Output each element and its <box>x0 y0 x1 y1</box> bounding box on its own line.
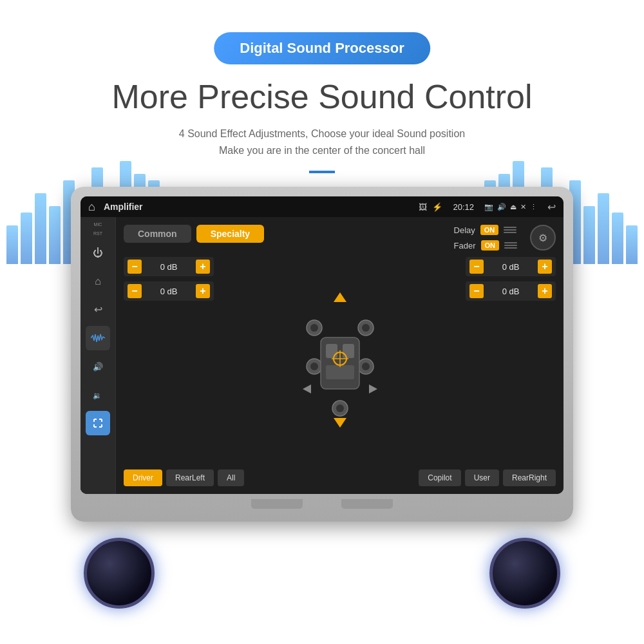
camera-icon: 📷 <box>484 203 493 211</box>
sidebar-vol-up[interactable]: 🔊 <box>86 354 110 379</box>
left-controls: − 0 dB + − 0 dB + <box>124 257 214 463</box>
badge-label: Digital Sound Processor <box>240 40 404 56</box>
eq-bar <box>49 206 61 264</box>
svg-point-6 <box>362 324 370 332</box>
sidebar: MIC RST ⏻ ⌂ ↩ 🔊 <box>80 217 116 494</box>
close-icon: ✕ <box>520 203 526 211</box>
delay-state[interactable]: ON <box>480 225 499 235</box>
right-top-minus[interactable]: − <box>469 260 484 274</box>
eq-bar <box>21 213 32 264</box>
right-bottom-control: − 0 dB + <box>466 281 556 301</box>
eq-bar <box>598 193 609 264</box>
fader-state[interactable]: ON <box>481 240 500 251</box>
svg-rect-12 <box>326 344 337 358</box>
eq-bar <box>583 206 595 264</box>
tab-specialty[interactable]: Specialty <box>196 225 264 243</box>
mount-left <box>251 499 303 509</box>
main-heading: More Precise Sound Control <box>32 77 612 116</box>
sub-line2: Make you are in the center of the concer… <box>219 145 425 156</box>
home-icon[interactable]: ⌂ <box>88 200 95 214</box>
rst-label: RST <box>93 231 102 236</box>
left-bottom-db: 0 dB <box>144 287 193 296</box>
mount-area <box>80 499 564 509</box>
left-bottom-plus[interactable]: + <box>196 284 210 298</box>
svg-text:🔊: 🔊 <box>93 361 104 372</box>
sub-line1: 4 Sound Effect Adjustments, Choose your … <box>179 128 465 139</box>
left-top-minus[interactable]: − <box>128 260 142 274</box>
svg-marker-20 <box>334 418 346 428</box>
main-content: Common Specialty Delay ON <box>116 217 564 494</box>
eq-bar <box>6 225 18 264</box>
delay-lines <box>504 227 516 233</box>
sidebar-vol-down[interactable]: 🔉 <box>86 383 110 407</box>
usb-icon: ⚡ <box>432 202 442 212</box>
image-icon: 🖼 <box>419 202 427 212</box>
btn-rearleft[interactable]: RearLeft <box>166 469 214 486</box>
eject-icon: ⏏ <box>510 203 516 211</box>
app-title: Amplifier <box>104 202 414 212</box>
btn-user[interactable]: User <box>465 469 499 486</box>
vol-up-icon: 🔊 <box>92 361 104 372</box>
status-bar: ⌂ Amplifier 🖼 ⚡ 20:12 📷 🔊 ⏏ ✕ ⋮ ↩ <box>80 196 564 217</box>
btn-all[interactable]: All <box>218 469 244 486</box>
settings-button[interactable]: ⚙ <box>530 225 556 251</box>
right-bottom-minus[interactable]: − <box>469 284 484 298</box>
device-container: ⌂ Amplifier 🖼 ⚡ 20:12 📷 🔊 ⏏ ✕ ⋮ ↩ MIC <box>71 187 573 609</box>
svg-marker-19 <box>369 384 377 393</box>
time-display: 20:12 <box>453 202 474 212</box>
back-icon[interactable]: ↩ <box>547 201 556 213</box>
delay-label: Delay <box>454 225 475 235</box>
svg-point-22 <box>336 404 344 412</box>
bottom-speakers <box>71 538 573 609</box>
sidebar-waveform[interactable] <box>86 326 110 350</box>
svg-point-8 <box>310 363 318 370</box>
spacer <box>248 469 415 486</box>
sidebar-back[interactable]: ↩ <box>86 298 110 322</box>
speaker-right <box>489 538 560 609</box>
car-diagram-svg <box>289 289 392 431</box>
left-top-plus[interactable]: + <box>196 260 210 274</box>
status-icons: 📷 🔊 ⏏ ✕ ⋮ <box>484 203 537 211</box>
left-top-db: 0 dB <box>144 262 193 272</box>
eq-bar <box>35 193 46 264</box>
car-diagram <box>222 257 458 463</box>
screen-content: MIC RST ⏻ ⌂ ↩ 🔊 <box>80 217 564 494</box>
position-buttons-row: Driver RearLeft All Copilot User RearRig… <box>124 469 556 486</box>
eq-bar <box>626 225 638 264</box>
btn-driver[interactable]: Driver <box>124 469 162 486</box>
svg-point-4 <box>310 324 318 332</box>
tab-common[interactable]: Common <box>124 225 191 243</box>
waveform-icon <box>91 333 105 343</box>
right-controls: − 0 dB + − 0 dB + <box>466 257 556 463</box>
fader-label: Fader <box>454 241 476 251</box>
speaker-left <box>84 538 155 609</box>
mount-right <box>341 499 393 509</box>
sidebar-expand[interactable] <box>86 411 110 435</box>
fader-lines <box>504 242 517 249</box>
sidebar-home[interactable]: ⌂ <box>86 269 110 294</box>
right-top-db: 0 dB <box>486 262 535 272</box>
right-bottom-plus[interactable]: + <box>538 284 552 298</box>
btn-copilot[interactable]: Copilot <box>419 469 460 486</box>
delay-toggle-row: Delay ON <box>454 225 517 235</box>
sidebar-power[interactable]: ⏻ <box>86 241 110 265</box>
svg-marker-2 <box>334 292 346 302</box>
tab-row: Common Specialty <box>124 225 264 243</box>
svg-text:🔉: 🔉 <box>93 391 102 400</box>
right-panel: Delay ON Fader ON <box>454 225 517 251</box>
svg-rect-14 <box>326 365 354 379</box>
right-bottom-db: 0 dB <box>486 287 535 296</box>
svg-point-10 <box>362 363 370 370</box>
volume-icon: 🔊 <box>497 203 506 211</box>
sub-heading: 4 Sound Effect Adjustments, Choose your … <box>97 126 547 158</box>
menu-icon: ⋮ <box>530 203 537 211</box>
right-top-plus[interactable]: + <box>538 260 552 274</box>
top-badge: Digital Sound Processor <box>214 32 430 64</box>
accent-line <box>309 171 335 173</box>
btn-rearright[interactable]: RearRight <box>503 469 556 486</box>
vol-down-icon: 🔉 <box>92 389 104 401</box>
left-bottom-control: − 0 dB + <box>124 281 214 301</box>
right-top-control: − 0 dB + <box>466 257 556 276</box>
left-bottom-minus[interactable]: − <box>128 284 142 298</box>
mic-label: MIC <box>94 222 102 227</box>
